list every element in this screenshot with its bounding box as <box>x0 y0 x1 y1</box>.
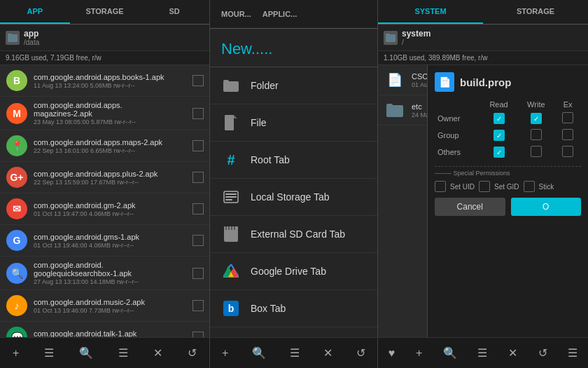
tab-storage[interactable]: STORAGE <box>70 0 140 24</box>
sticky-checkbox[interactable] <box>524 181 535 192</box>
bottom-bar: + ☰ 🔍 ☰ ✕ ↺ + 🔍 ☰ ✕ ↺ ♥ + 🔍 ☰ ✕ ↺ ☰ <box>0 337 588 368</box>
right-title-text: system <box>402 29 430 39</box>
list-item[interactable]: ♪ com.google.android.music-2.apk 01 Oct … <box>0 290 209 322</box>
refresh-icon[interactable]: ↺ <box>179 341 205 365</box>
perm-owner-read[interactable]: ✓ <box>480 110 518 127</box>
dropdown-menu: New..... Folder File # Root Tab <box>210 29 377 337</box>
checkbox-unchecked[interactable] <box>562 112 573 123</box>
file-checkbox[interactable] <box>192 332 204 337</box>
sort-icon[interactable]: ☰ <box>281 341 308 365</box>
close-icon[interactable]: ✕ <box>500 341 526 365</box>
file-checkbox[interactable] <box>192 300 204 311</box>
checkbox-checked[interactable]: ✓ <box>493 146 505 158</box>
menu-icon[interactable]: ☰ <box>36 341 62 365</box>
file-checkbox[interactable] <box>192 268 204 279</box>
list-item[interactable]: 🔍 com.google.android.googlequicksearchbo… <box>0 257 209 290</box>
checkbox-unchecked[interactable] <box>562 129 573 140</box>
close-icon[interactable]: ✕ <box>315 341 341 365</box>
list-item[interactable]: B com.google.android.apps.books-1.apk 11… <box>0 65 209 97</box>
perm-others-exec[interactable] <box>554 144 581 161</box>
perm-owner-write[interactable]: ✓ <box>518 110 555 127</box>
left-storage-info: 9.16GB used, 7.19GB free, r/w <box>0 51 209 65</box>
favorite-icon[interactable]: ♥ <box>380 341 404 365</box>
file-checkbox[interactable] <box>192 75 204 86</box>
permissions-overlay: 📄 build.prop Read Write Ex <box>427 65 588 337</box>
left-panel-title: app /data <box>0 25 209 51</box>
file-checkbox[interactable] <box>192 203 204 214</box>
middle-tab-2[interactable]: APPLIC... <box>257 7 303 21</box>
list-item[interactable]: 📍 com.google.android.apps.maps-2.apk 22 … <box>0 130 209 162</box>
set-gid-checkbox[interactable] <box>479 181 490 192</box>
perm-group-read[interactable]: ✓ <box>480 127 518 144</box>
add-icon[interactable]: + <box>407 341 430 365</box>
file-checkbox[interactable] <box>192 172 204 183</box>
perm-file-icon: 📄 <box>435 72 454 92</box>
checkbox-unchecked[interactable] <box>531 146 542 157</box>
menu-item-google-drive-tab[interactable]: Google Drive Tab <box>210 253 377 290</box>
file-icon: 🔍 <box>6 262 28 285</box>
file-checkbox[interactable] <box>192 140 204 151</box>
file-meta: 22 Sep 13 15:59:00 17.67MB rw-r--r-- <box>34 179 190 186</box>
file-icon: 💬 <box>6 326 28 337</box>
close-icon[interactable]: ✕ <box>145 341 171 365</box>
menu-item-root-tab[interactable]: # Root Tab <box>210 142 377 179</box>
file-checkbox[interactable] <box>192 235 204 246</box>
search-icon[interactable]: 🔍 <box>71 341 102 365</box>
checkbox-checked[interactable]: ✓ <box>493 130 505 141</box>
set-uid-checkbox[interactable] <box>435 181 446 192</box>
perm-filename: 📄 build.prop <box>435 72 581 92</box>
menu-icon[interactable]: ☰ <box>559 341 586 365</box>
menu-item-external-sd-tab[interactable]: External SD Card Tab <box>210 216 377 253</box>
refresh-icon[interactable]: ↺ <box>530 341 556 365</box>
right-tabs: SYSTEM STORAGE <box>378 0 588 25</box>
sort-icon[interactable]: ☰ <box>469 341 496 365</box>
menu-item-file[interactable]: File <box>210 104 377 142</box>
perm-others-read[interactable]: ✓ <box>480 144 518 161</box>
perm-file-name: build.prop <box>460 76 511 88</box>
sort-icon[interactable]: ☰ <box>110 341 136 365</box>
search-icon[interactable]: 🔍 <box>435 341 465 365</box>
list-item[interactable]: G+ com.google.android.apps.plus-2.apk 22… <box>0 162 209 193</box>
file-name: com.google.android.gm-2.apk <box>34 201 190 210</box>
menu-item-box-tab[interactable]: b Box Tab <box>210 290 377 327</box>
cancel-button[interactable]: Cancel <box>435 198 505 216</box>
list-item[interactable]: ✉ com.google.android.gm-2.apk 01 Oct 13 … <box>0 193 209 225</box>
perm-label-group: Group <box>435 127 480 144</box>
perm-group-exec[interactable] <box>554 127 581 144</box>
file-info: com.google.android.apps.magazines-2.apk … <box>34 101 190 125</box>
add-icon[interactable]: + <box>4 341 27 365</box>
file-info: com.google.android.apps.plus-2.apk 22 Se… <box>34 170 190 186</box>
bottom-bar-left: + ☰ 🔍 ☰ ✕ ↺ <box>0 338 210 368</box>
menu-item-folder[interactable]: Folder <box>210 67 377 104</box>
menu-item-local-storage-tab[interactable]: Local Storage Tab <box>210 179 377 216</box>
ok-button[interactable]: O <box>511 198 582 216</box>
file-icon: 📄 <box>384 69 406 91</box>
perm-owner-exec[interactable] <box>554 110 581 127</box>
file-icon: B <box>6 69 28 92</box>
file-checkbox[interactable] <box>192 108 204 119</box>
folder-icon <box>221 76 241 95</box>
tab-sd[interactable]: SD <box>139 0 209 24</box>
checkbox-checked[interactable]: ✓ <box>493 113 505 124</box>
perm-others-write[interactable] <box>518 144 555 161</box>
list-item[interactable]: G com.google.android.gms-1.apk 01 Oct 13… <box>0 225 209 257</box>
checkbox-checked[interactable]: ✓ <box>531 113 542 124</box>
left-path-text: /data <box>24 39 39 46</box>
tab-app[interactable]: APP <box>0 0 70 24</box>
add-icon[interactable]: + <box>214 341 237 365</box>
box-logo: b <box>223 301 239 316</box>
app-icon-plus: G+ <box>6 167 27 188</box>
app-icon-magazines: M <box>6 103 27 124</box>
checkbox-unchecked[interactable] <box>531 129 542 140</box>
refresh-icon[interactable]: ↺ <box>348 341 374 365</box>
checkbox-unchecked[interactable] <box>562 146 573 157</box>
tab-storage[interactable]: STORAGE <box>483 0 588 24</box>
menu-item-dropbox-tab[interactable]: Dropbox Tab <box>210 327 377 337</box>
tab-system[interactable]: SYSTEM <box>378 0 483 24</box>
perm-group-write[interactable] <box>518 127 555 144</box>
file-meta: 01 Oct 13 19:47:00 4.06MB rw-r--r-- <box>34 210 190 217</box>
search-icon[interactable]: 🔍 <box>244 341 274 365</box>
list-item[interactable]: 💬 com.google.android.talk-1.apk 28 Sep 1… <box>0 322 209 337</box>
list-item[interactable]: M com.google.android.apps.magazines-2.ap… <box>0 97 209 130</box>
middle-tab-1[interactable]: MOUR... <box>216 7 257 21</box>
